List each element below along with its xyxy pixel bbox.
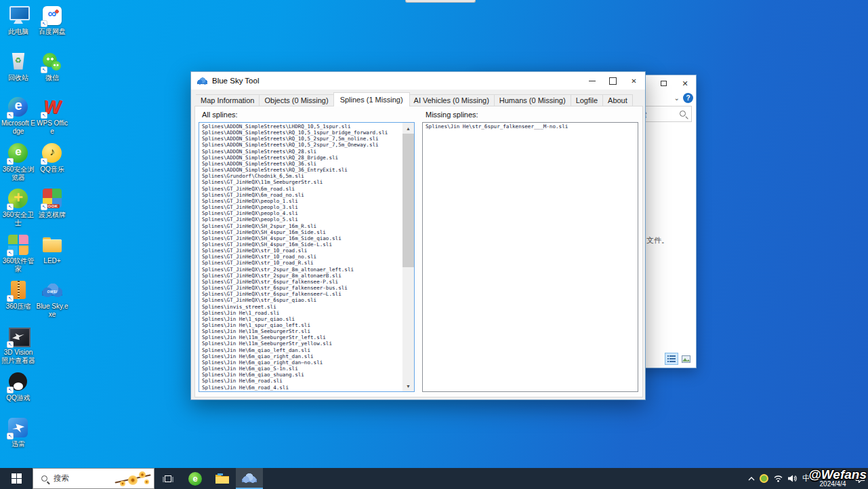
spline-item[interactable]: Splines\ADDON_SimpleStreets\RQ_10,5_2spu… (200, 142, 402, 148)
spline-item[interactable]: Splines\Jin He\1_spur_qiao.sli (200, 316, 402, 322)
spline-item[interactable]: Splines\GT_JinHeQX\str_6spur_falkenseer—… (200, 291, 402, 297)
scroll-down-icon[interactable]: ▼ (402, 380, 414, 391)
desktop-icon[interactable]: 此电脑 (1, 3, 35, 49)
ribbon-collapse-icon[interactable]: ⌄ (674, 94, 680, 102)
desktop-icon[interactable]: 微信 (35, 49, 69, 95)
all-splines-listbox[interactable]: Splines\ADDON_SimpleStreets\LHDRQ_10,5_1… (199, 122, 415, 392)
spline-item[interactable]: Splines\Jin He\11m_SeeburgerStr.sli (200, 328, 402, 334)
spline-item[interactable]: Splines\GT_JinHeQX\SH_4spur_16m_Side-L.s… (200, 241, 402, 248)
desktop-icon[interactable]: 3D Vision 照片查看器 (1, 324, 35, 370)
taskbar-bluesky-button[interactable] (236, 468, 263, 489)
spline-item[interactable]: Splines\GT_JinHeQX\peoplo_3.sli (200, 204, 402, 210)
spline-item[interactable]: Splines\GT_JinHeQX\str_10_road.sli (200, 248, 402, 254)
spline-item[interactable]: Splines\Jin He\6m_qiao_left_dan.sli (200, 347, 402, 353)
desktop-icon[interactable]: 百度网盘 (35, 3, 69, 49)
spline-item[interactable]: Splines\Jin He\6m_road.sli (200, 378, 402, 384)
autohide-toolbar[interactable] (405, 0, 476, 3)
spline-item[interactable]: Splines\GT_JinHeQX\peoplo_5.sli (200, 216, 402, 222)
tab[interactable]: About (603, 94, 633, 106)
help-icon[interactable]: ? (683, 93, 693, 103)
spline-item[interactable]: Splines\GT_JinHeQX\SH_2spur_16m_R.sli (200, 223, 402, 229)
spline-item[interactable]: Splines\Jin He\1_road.sli (200, 310, 402, 316)
desktop-icon[interactable]: QQ音乐 (35, 140, 69, 187)
vertical-scrollbar[interactable]: ▲ ▼ (402, 123, 414, 391)
spline-item[interactable]: Splines\Jin He\6m_qiao_S-1n.sli (200, 366, 402, 372)
desktop-icon[interactable]: Microsoft Edge (1, 94, 35, 140)
spline-item[interactable]: Splines\GT_JinHeQX\str_10_road_no.sli (200, 254, 402, 260)
spline-item[interactable]: Splines\GT_JinHeQX\peoplo_1.sli (200, 198, 402, 204)
desktop-icon[interactable]: LED+ (35, 232, 69, 278)
tab[interactable]: Map Information (196, 94, 260, 106)
title-bar[interactable]: Blue Sky Tool (191, 72, 645, 90)
missing-spline-item[interactable]: Splines\Jin He\str_6spur_falkenseer___M-… (423, 123, 637, 130)
desktop-icon[interactable]: 迅雷 (1, 415, 35, 461)
desktop-icon[interactable]: 360安全卫士 (1, 186, 35, 232)
search-placeholder: 搜索 (54, 473, 69, 484)
explorer-maximize-button[interactable] (653, 75, 674, 92)
scroll-up-icon[interactable]: ▲ (402, 123, 414, 134)
desktop-icon[interactable]: 360压缩 (1, 277, 35, 324)
spline-item[interactable]: Splines\Jin He\6m_qiao_right_dan.sli (200, 353, 402, 359)
tray-expand-chevron[interactable] (748, 477, 755, 481)
spline-item[interactable]: Splines\Jin He\6m_qiao_right_dan—no.sli (200, 359, 402, 366)
desktop-icon[interactable]: QQ游戏 (1, 369, 35, 415)
desktop-icon[interactable]: 波克棋牌 (35, 186, 69, 232)
app-icon (7, 96, 30, 119)
spline-item[interactable]: Splines\GT_JinHeQX\str_2spur_8m_altonaer… (200, 273, 402, 279)
spline-item[interactable]: Splines\GT_JinHeQX\str_6spur_qiao.sli (200, 297, 402, 303)
spline-item[interactable]: Splines\ADDON_SimpleStreets\RQ_36.sli (200, 161, 402, 167)
spline-item[interactable]: Splines\GT_JinHeQX\6m_road.sli (200, 186, 402, 192)
spline-item[interactable]: Splines\Grundorf\Chodnik_6,5m.sli (200, 173, 402, 179)
maximize-button[interactable] (602, 72, 623, 90)
spline-item[interactable]: Splines\ADDON_SimpleStreets\RQ_28.sli (200, 149, 402, 155)
spline-item[interactable]: Splines\Jin He\6m_road_4.sli (200, 385, 402, 391)
desktop-icon[interactable]: 360软件管家 (1, 232, 35, 278)
wifi-icon[interactable] (773, 475, 783, 482)
volume-icon[interactable] (788, 475, 798, 482)
spline-item[interactable]: Splines\GT_JinHeQX\SH_4spur_16m_Side_qia… (200, 235, 402, 241)
spline-item[interactable]: Splines\GT_JinHeQX\SH_4spur_16m_Side.sli (200, 229, 402, 235)
start-button[interactable] (0, 468, 33, 489)
spline-item[interactable]: Splines\ADDON_SimpleStreets\RQ_28_Bridge… (200, 155, 402, 161)
tab[interactable]: Objects (0 Missing) (260, 94, 333, 106)
spline-item[interactable]: Splines\Jin He\11m_SeeburgerStr_yellow.s… (200, 340, 402, 347)
app-icon (7, 142, 30, 165)
tray-360-icon[interactable] (760, 474, 768, 483)
spline-item[interactable]: Splines\GT_JinHeQX\11m_SeeburgerStr.sli (200, 179, 402, 185)
explorer-close-button[interactable]: ✕ (674, 75, 696, 92)
details-view-button[interactable] (665, 353, 678, 364)
spline-item[interactable]: Splines\GT_JinHeQX\peoplo_4.sli (200, 210, 402, 216)
spline-item[interactable]: Splines\Jin He\1_spur_qiao_left.sli (200, 322, 402, 328)
spline-item[interactable]: Splines\GT_JinHeQX\str_10_road_R.sli (200, 260, 402, 266)
scrollbar-thumb[interactable] (402, 134, 414, 267)
spline-item[interactable]: Splines\GT_JinHeQX\str_6spur_falkensee-P… (200, 279, 402, 285)
close-button[interactable] (623, 72, 644, 90)
tab[interactable]: Splines (1 Missing) (333, 92, 410, 106)
thumbnail-view-button[interactable] (680, 353, 692, 364)
spline-item[interactable]: Splines\ADDON_SimpleStreets\RQ_10,5_2spu… (200, 136, 402, 142)
spline-item[interactable]: Splines\invis_street.sli (200, 304, 402, 310)
desktop-icon[interactable]: Blue Sky.exe (35, 277, 69, 324)
spline-item[interactable]: Splines\GT_JinHeQX\str_2spur_8m_altonaer… (200, 267, 402, 273)
taskbar-search-input[interactable]: 搜索 (33, 468, 154, 489)
minimize-button[interactable] (581, 72, 602, 90)
desktop-icon[interactable]: 回收站 (1, 49, 35, 95)
spline-item[interactable]: Splines\Jin He\6m_qiao_shuang.sli (200, 372, 402, 378)
taskbar-360-browser-button[interactable]: e (182, 468, 209, 489)
spline-item[interactable]: Splines\GT_JinHeQX\6m_road_no.sli (200, 192, 402, 198)
tab[interactable]: Humans (0 Missing) (495, 94, 571, 106)
spline-item[interactable]: Splines\Jin He\11m_SeeburgerStr_left.sli (200, 334, 402, 340)
spline-item[interactable]: Splines\ADDON_SimpleStreets\RQ_36_EntryE… (200, 167, 402, 173)
missing-splines-listbox[interactable]: Splines\Jin He\str_6spur_falkenseer___M-… (422, 122, 638, 392)
app-icon (41, 187, 64, 210)
desktop-icon-label: 3D Vision 照片查看器 (1, 349, 35, 365)
desktop-icon[interactable]: 360安全浏览器 (1, 140, 35, 187)
spline-item[interactable]: Splines\GT_JinHeQX\str_6spur_falkenseer-… (200, 285, 402, 291)
tab[interactable]: AI Vehicles (0 Missing) (409, 94, 495, 106)
taskbar-explorer-button[interactable] (209, 468, 236, 489)
desktop-icon[interactable]: WPS Office (35, 94, 69, 140)
task-view-button[interactable] (154, 468, 182, 489)
tab[interactable]: Logfile (571, 94, 603, 106)
spline-item[interactable]: Splines\ADDON_SimpleStreets\LHDRQ_10,5_1… (200, 123, 402, 130)
spline-item[interactable]: Splines\ADDON_SimpleStreets\RQ_10,5_1spu… (200, 130, 402, 136)
